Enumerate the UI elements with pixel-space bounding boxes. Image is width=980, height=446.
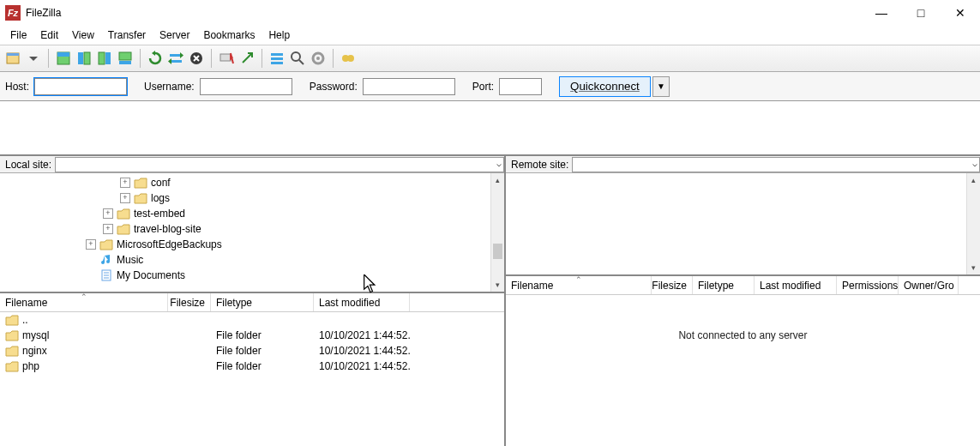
tree-item[interactable]: +logs <box>0 190 504 206</box>
reconnect-icon[interactable] <box>237 49 256 68</box>
column-header-permissions[interactable]: Permissions <box>837 276 899 294</box>
disconnect-icon[interactable] <box>217 49 236 68</box>
sync-browse-icon[interactable] <box>339 49 358 68</box>
message-log-pane[interactable] <box>0 101 980 156</box>
column-header-owner-gro[interactable]: Owner/Gro <box>899 276 959 294</box>
tree-item[interactable]: My Documents <box>0 268 504 283</box>
tree-expando[interactable]: + <box>120 178 130 188</box>
toggle-queue-icon[interactable] <box>116 49 135 68</box>
local-tree-scrollbar[interactable]: ▴ ▾ <box>490 173 504 292</box>
filetype-cell: File folder <box>211 360 314 372</box>
toggle-local-tree-icon[interactable] <box>75 49 93 68</box>
tree-item-label: test-embed <box>134 208 185 220</box>
remote-tree-pane[interactable]: ▴ ▾ <box>506 173 980 276</box>
menu-bookmarks[interactable]: Bookmarks <box>196 27 262 43</box>
menu-file[interactable]: File <box>3 27 33 43</box>
remote-file-list[interactable]: Filename⌃FilesizeFiletypeLast modifiedPe… <box>506 276 980 446</box>
close-button[interactable]: ✕ <box>941 0 980 26</box>
svg-rect-15 <box>271 53 283 56</box>
svg-rect-4 <box>78 52 83 64</box>
tree-expando[interactable]: + <box>103 208 113 219</box>
maximize-button[interactable]: □ <box>901 0 941 26</box>
host-input[interactable] <box>34 78 127 95</box>
refresh-icon[interactable] <box>146 49 165 68</box>
svg-line-19 <box>299 60 304 64</box>
chevron-down-icon: ⌵ <box>496 159 502 168</box>
tree-item-label: conf <box>151 177 171 189</box>
toggle-remote-tree-icon[interactable] <box>95 49 114 68</box>
filter-icon[interactable] <box>268 49 286 68</box>
tree-item-label: Music <box>117 254 143 266</box>
quickconnect-history-dropdown[interactable]: ▼ <box>652 76 670 97</box>
tree-item[interactable]: +test-embed <box>0 206 504 221</box>
folder-icon <box>117 223 130 235</box>
filename-cell: php <box>22 360 39 372</box>
local-file-list[interactable]: Filename⌃FilesizeFiletypeLast modified .… <box>0 293 504 446</box>
folder-icon <box>5 360 19 372</box>
menu-edit[interactable]: Edit <box>33 27 65 43</box>
local-site-label: Local site: <box>0 159 55 171</box>
username-input[interactable] <box>200 78 292 95</box>
tree-expando[interactable]: + <box>120 193 130 203</box>
column-header-last-modified[interactable]: Last modified <box>755 276 837 294</box>
folder-icon <box>117 208 130 220</box>
local-tree-pane[interactable]: +conf+logs+test-embed+travel-blog-site+M… <box>0 173 504 293</box>
menu-view[interactable]: View <box>65 27 101 43</box>
process-queue-icon[interactable] <box>166 49 185 68</box>
music-icon <box>99 254 113 266</box>
folder-icon <box>134 192 147 204</box>
search-icon[interactable] <box>288 49 307 68</box>
modified-cell: 10/10/2021 1:44:52... <box>314 360 410 372</box>
tree-expando[interactable]: + <box>86 239 96 250</box>
menu-server[interactable]: Server <box>153 27 196 43</box>
remote-empty-message: Not connected to any server <box>506 295 980 341</box>
compare-icon[interactable] <box>309 49 328 68</box>
column-header-filename[interactable]: Filename⌃ <box>506 276 652 294</box>
chevron-down-icon: ⌵ <box>972 159 977 168</box>
svg-rect-17 <box>271 62 283 64</box>
column-header-filetype[interactable]: Filetype <box>211 293 314 311</box>
column-header-filesize[interactable]: Filesize <box>652 276 693 294</box>
quickconnect-button[interactable]: Quickconnect <box>559 76 651 97</box>
cancel-icon[interactable] <box>187 49 206 68</box>
tree-expando[interactable]: + <box>103 224 113 234</box>
list-row[interactable]: .. <box>0 312 504 328</box>
tree-item[interactable]: +travel-blog-site <box>0 221 504 237</box>
local-site-combo[interactable]: ⌵ <box>55 157 504 172</box>
menu-transfer[interactable]: Transfer <box>101 27 153 43</box>
column-header-filesize[interactable]: Filesize <box>168 293 211 311</box>
dropdown-icon[interactable] <box>24 49 43 68</box>
svg-rect-11 <box>170 60 182 63</box>
remote-site-combo[interactable]: ⌵ <box>572 157 980 172</box>
tree-item[interactable]: +conf <box>0 175 504 190</box>
filename-cell: mysql <box>22 329 49 341</box>
toggle-log-icon[interactable] <box>54 49 73 68</box>
list-row[interactable]: phpFile folder10/10/2021 1:44:52... <box>0 359 504 374</box>
list-row[interactable]: nginxFile folder10/10/2021 1:44:52... <box>0 343 504 359</box>
menu-help[interactable]: Help <box>262 27 297 43</box>
password-input[interactable] <box>363 78 455 95</box>
port-input[interactable] <box>499 78 542 95</box>
svg-point-21 <box>316 57 320 60</box>
filename-cell: nginx <box>22 345 47 357</box>
window-title: FileZilla <box>26 7 61 19</box>
column-header-last-modified[interactable]: Last modified <box>314 293 410 311</box>
list-row[interactable]: mysqlFile folder10/10/2021 1:44:52... <box>0 328 504 343</box>
svg-rect-8 <box>119 52 131 60</box>
filetype-cell: File folder <box>211 329 314 341</box>
tree-item-label: My Documents <box>117 269 185 281</box>
tree-item[interactable]: Music <box>0 252 504 268</box>
tree-item[interactable]: +MicrosoftEdgeBackups <box>0 237 504 252</box>
remote-tree-scrollbar[interactable]: ▴ ▾ <box>966 173 980 274</box>
username-label: Username: <box>144 81 195 93</box>
column-header-filename[interactable]: Filename⌃ <box>0 293 168 311</box>
tree-item-label: logs <box>151 192 170 204</box>
remote-site-label: Remote site: <box>506 159 572 171</box>
sort-indicator-icon: ⌃ <box>81 293 87 301</box>
column-header-filetype[interactable]: Filetype <box>693 276 755 294</box>
minimize-button[interactable]: ― <box>862 0 901 26</box>
folder-icon <box>134 177 147 189</box>
site-manager-icon[interactable] <box>3 49 22 68</box>
folder-icon <box>5 314 19 326</box>
modified-cell: 10/10/2021 1:44:52... <box>314 345 410 357</box>
